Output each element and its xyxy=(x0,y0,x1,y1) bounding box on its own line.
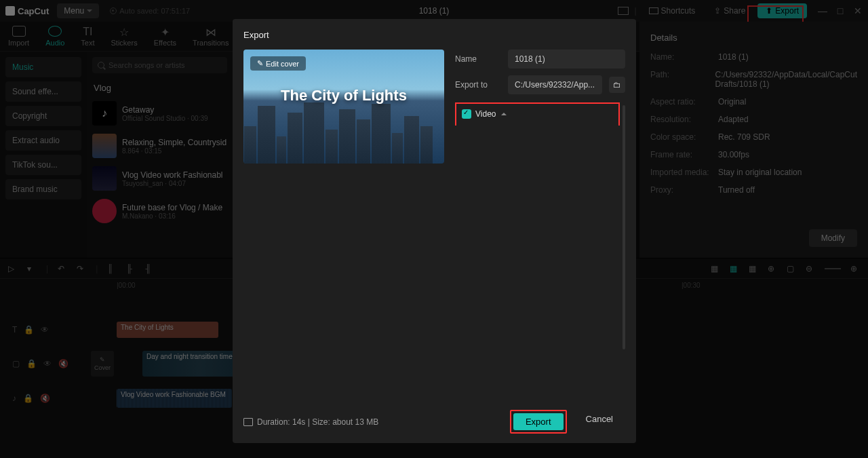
cover-title-text: The City of Lights xyxy=(243,87,444,104)
film-icon xyxy=(243,418,253,426)
video-checkbox[interactable] xyxy=(462,109,471,119)
duration-info: Duration: 14s | Size: about 13 MB xyxy=(243,417,378,427)
scrollbar[interactable] xyxy=(623,105,625,349)
duration-text: Duration: 14s | Size: about 13 MB xyxy=(257,417,378,427)
edit-cover-button[interactable]: ✎Edit cover xyxy=(250,56,306,71)
name-label: Name xyxy=(455,54,501,64)
modal-footer: Duration: 14s | Size: about 13 MB Export… xyxy=(243,410,625,434)
edit-cover-label: Edit cover xyxy=(266,60,299,68)
exportto-path: C:/Users/92332/App... xyxy=(508,75,602,94)
modal-header: Export xyxy=(243,30,625,40)
exportto-label: Export to xyxy=(455,80,501,90)
browse-folder-button[interactable]: 🗀 xyxy=(609,77,625,93)
name-input[interactable] xyxy=(508,50,625,69)
video-label: Video xyxy=(475,109,496,119)
cover-preview: The City of Lights ✎Edit cover xyxy=(243,50,444,164)
video-audio-highlight: Video Resol...1080P Bit rateRecommended … xyxy=(455,102,620,126)
export-modal: Export The City of Lights ✎Edit cover xyxy=(233,19,636,443)
export-highlight-box: Export xyxy=(510,410,567,434)
cancel-button[interactable]: Cancel xyxy=(574,410,625,434)
export-fields: Name Export to C:/Users/92332/App... 🗀 V… xyxy=(455,50,625,164)
collapse-icon xyxy=(501,113,507,115)
pencil-icon: ✎ xyxy=(257,59,263,68)
export-confirm-button[interactable]: Export xyxy=(513,413,564,430)
video-section-header[interactable]: Video xyxy=(462,109,612,119)
